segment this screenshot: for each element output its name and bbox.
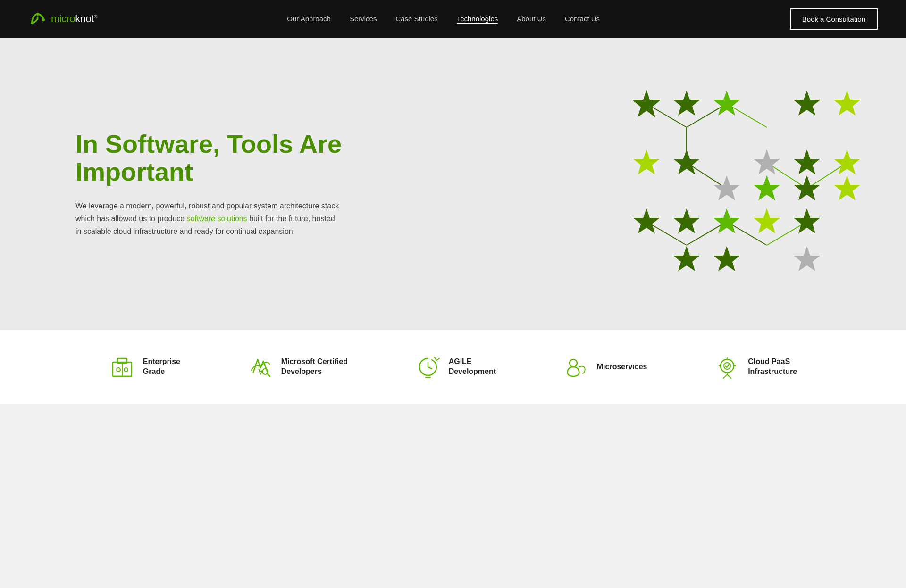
nav-links: Our Approach Services Case Studies Techn… bbox=[287, 15, 600, 23]
star-node bbox=[713, 246, 740, 271]
feature-microsoft: Microsoft Certified Developers bbox=[247, 354, 348, 380]
star-node bbox=[794, 246, 820, 271]
logo-icon bbox=[28, 9, 47, 28]
hero-visual bbox=[604, 75, 868, 292]
star-node bbox=[834, 91, 860, 116]
nav-contact-us[interactable]: Contact Us bbox=[565, 15, 600, 23]
enterprise-icon bbox=[109, 354, 135, 380]
agile-icon bbox=[415, 354, 441, 380]
svg-point-25 bbox=[721, 359, 734, 373]
feature-microservices: Microservices bbox=[563, 354, 647, 380]
cloud-icon bbox=[714, 354, 740, 380]
svg-point-2 bbox=[42, 18, 45, 21]
microservices-label: Microservices bbox=[597, 362, 647, 372]
star-node bbox=[794, 208, 820, 233]
star-node bbox=[632, 90, 661, 117]
book-consultation-button[interactable]: Book a Consultation bbox=[790, 8, 878, 30]
svg-point-18 bbox=[124, 368, 128, 372]
feature-cloud: Cloud PaaS Infrastructure bbox=[714, 354, 797, 380]
logo-text: microknot® bbox=[51, 13, 97, 25]
star-node bbox=[673, 208, 700, 233]
nav-services[interactable]: Services bbox=[350, 15, 377, 23]
features-bar: Enterprise Grade Microsoft Certified Dev… bbox=[0, 330, 906, 404]
feature-enterprise: Enterprise Grade bbox=[109, 354, 180, 380]
microservices-icon bbox=[563, 354, 589, 380]
enterprise-label: Enterprise Grade bbox=[143, 357, 180, 377]
star-node bbox=[713, 91, 740, 116]
star-node bbox=[754, 149, 780, 174]
hero-software-link[interactable]: software solutions bbox=[187, 215, 247, 223]
microsoft-icon bbox=[247, 354, 274, 380]
svg-point-24 bbox=[570, 359, 577, 367]
nav-technologies[interactable]: Technologies bbox=[457, 15, 498, 23]
star-node bbox=[754, 208, 780, 233]
nav-case-studies[interactable]: Case Studies bbox=[395, 15, 437, 23]
svg-line-32 bbox=[727, 374, 731, 378]
star-node bbox=[754, 175, 780, 200]
star-node bbox=[633, 208, 660, 233]
cloud-label: Cloud PaaS Infrastructure bbox=[748, 357, 797, 377]
star-node bbox=[713, 175, 740, 200]
svg-line-31 bbox=[723, 374, 727, 378]
star-node bbox=[834, 175, 860, 200]
star-node bbox=[794, 175, 820, 200]
star-node bbox=[794, 91, 820, 116]
agile-label: AGILE Development bbox=[449, 357, 496, 377]
nav-our-approach[interactable]: Our Approach bbox=[287, 15, 331, 23]
microsoft-label: Microsoft Certified Developers bbox=[281, 357, 348, 377]
svg-point-0 bbox=[31, 21, 34, 24]
svg-point-17 bbox=[117, 368, 120, 372]
star-node bbox=[794, 149, 820, 174]
feature-agile: AGILE Development bbox=[415, 354, 496, 380]
star-node bbox=[673, 149, 700, 174]
navigation: microknot® Our Approach Services Case St… bbox=[0, 0, 906, 38]
hero-title: In Software, Tools Are Important bbox=[76, 130, 368, 186]
star-node bbox=[633, 149, 660, 174]
hero-content: In Software, Tools Are Important We leve… bbox=[76, 130, 368, 238]
star-node bbox=[713, 208, 740, 233]
hero-body: We leverage a modern, powerful, robust a… bbox=[76, 199, 340, 238]
svg-line-21 bbox=[268, 374, 270, 376]
logo[interactable]: microknot® bbox=[28, 9, 97, 28]
svg-point-1 bbox=[36, 13, 39, 16]
hero-section: In Software, Tools Are Important We leve… bbox=[0, 38, 906, 330]
star-node bbox=[834, 149, 860, 174]
nav-about-us[interactable]: About Us bbox=[517, 15, 546, 23]
star-grid-svg bbox=[604, 75, 868, 292]
star-node bbox=[673, 246, 700, 271]
star-node bbox=[673, 91, 700, 116]
